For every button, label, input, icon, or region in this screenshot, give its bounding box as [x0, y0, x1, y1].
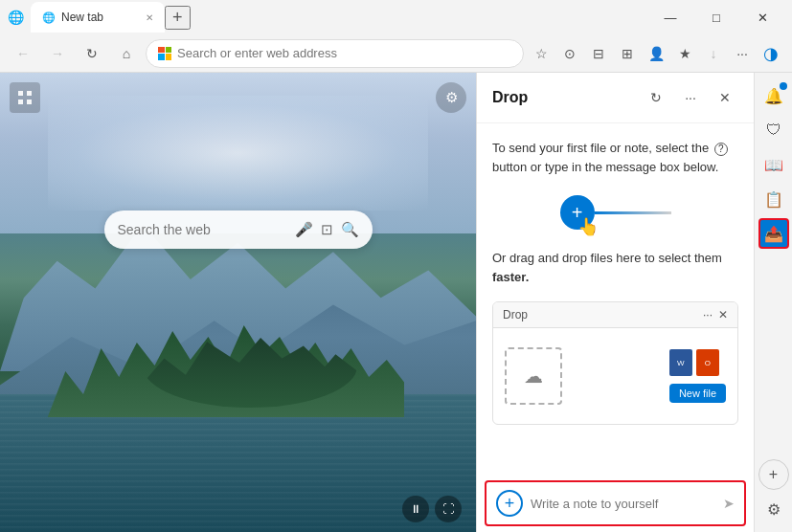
sidebar-bell-button[interactable]: 🔔	[758, 80, 789, 111]
title-bar: 🌐 🌐 New tab ✕ + — □ ✕	[0, 0, 792, 34]
drop-preview-right: W O New file	[669, 349, 726, 403]
svg-rect-0	[18, 91, 23, 96]
address-bar[interactable]	[146, 39, 524, 68]
tab-label: New tab	[61, 11, 103, 24]
preview-title: Drop	[503, 308, 697, 321]
drop-footer: + ➤	[485, 480, 746, 526]
drop-preview-header: Drop ··· ✕	[493, 302, 737, 328]
upload-area: + 👆	[492, 195, 738, 230]
send-button[interactable]: ➤	[723, 496, 735, 511]
grid-icon	[17, 90, 33, 105]
copilot-button[interactable]: ◑	[758, 40, 784, 67]
title-bar-left: 🌐	[8, 10, 23, 25]
drop-more-button[interactable]: ···	[677, 84, 704, 111]
drop-refresh-button[interactable]: ↻	[643, 84, 669, 111]
upload-line	[595, 211, 671, 214]
note-add-button[interactable]: +	[496, 490, 523, 517]
svg-rect-3	[27, 100, 32, 104]
sidebar-settings-button[interactable]: ⚙	[758, 494, 789, 524]
address-input[interactable]	[177, 46, 511, 60]
new-tab-button[interactable]: +	[165, 6, 191, 30]
sidebar-clipboard-button[interactable]: 📋	[758, 184, 789, 214]
note-input[interactable]	[531, 497, 715, 511]
page-settings-button[interactable]: ⚙	[436, 82, 466, 113]
help-icon[interactable]: ?	[714, 143, 728, 156]
upload-button-container: + 👆	[560, 195, 671, 230]
svg-rect-2	[18, 100, 23, 104]
main-area: ⚙ 🎤 ⊡ 🔍 ⏸ ⛶ Drop ↻ ··· ✕ To send yo	[0, 73, 792, 532]
mic-button[interactable]: 🎤	[295, 221, 313, 238]
tab-sync-button[interactable]: ⊙	[556, 40, 583, 67]
title-bar-controls: — □ ✕	[648, 2, 784, 33]
active-tab[interactable]: 🌐 New tab ✕	[31, 2, 165, 33]
drag-text-1: Or drag and drop files here to select th…	[492, 251, 722, 265]
tab-bar: 🌐 New tab ✕ +	[31, 0, 641, 34]
tab-close-button[interactable]: ✕	[146, 12, 153, 23]
nav-icons-right: ☆ ⊙ ⊟ ⊞ 👤 ★ ↓ ··· ◑	[528, 40, 784, 67]
preview-close-button[interactable]: ✕	[718, 308, 728, 321]
browser-icon: 🌐	[8, 10, 23, 25]
drop-preview-body: ☁ W O New file	[493, 328, 737, 424]
drop-preview-window: Drop ··· ✕ ☁ W O New fi	[492, 301, 738, 425]
top-left-apps	[10, 82, 40, 113]
collections-button[interactable]: ⊞	[614, 40, 641, 67]
apps-grid-button[interactable]	[10, 82, 40, 113]
sidebar-drop-button[interactable]: 📤	[758, 218, 789, 249]
notification-badge	[780, 82, 787, 90]
drop-preview-left: ☁	[505, 347, 562, 405]
right-sidebar: 🔔 🛡 📖 📋 📤 + ⚙	[754, 73, 792, 532]
drop-panel: Drop ↻ ··· ✕ To send your first file or …	[476, 73, 754, 532]
preview-more-button[interactable]: ···	[703, 308, 713, 321]
search-input[interactable]	[118, 222, 287, 237]
cloud-upload-icon: ☁	[524, 365, 543, 388]
home-button[interactable]: ⌂	[111, 38, 142, 69]
ms-logo	[158, 47, 171, 60]
downloads-button[interactable]: ↓	[700, 40, 727, 67]
drop-instruction: To send your first file or note, select …	[492, 139, 738, 176]
refresh-button[interactable]: ↻	[77, 38, 107, 69]
close-button[interactable]: ✕	[740, 2, 784, 33]
instruction-text-bold: button or type in the message box below.	[492, 160, 718, 174]
drop-title: Drop	[492, 89, 635, 106]
minimize-button[interactable]: —	[648, 2, 692, 33]
search-box[interactable]: 🎤 ⊡ 🔍	[104, 211, 373, 249]
favorites-star-button[interactable]: ★	[671, 40, 698, 67]
expand-button[interactable]: ⛶	[435, 496, 462, 522]
sidebar-book-button[interactable]: 📖	[758, 149, 789, 180]
word-file-icon: W	[669, 349, 692, 376]
drop-close-button[interactable]: ✕	[712, 84, 738, 111]
dashed-upload-area[interactable]: ☁	[505, 347, 562, 405]
search-button[interactable]: 🔍	[341, 221, 359, 238]
split-screen-button[interactable]: ⊟	[585, 40, 612, 67]
tab-favicon: 🌐	[42, 11, 56, 24]
mini-icon-row: W O	[669, 349, 726, 376]
drop-content: To send your first file or note, select …	[477, 123, 754, 475]
svg-rect-1	[27, 91, 32, 96]
instruction-text-1: To send your first file or note, select …	[492, 141, 709, 155]
new-file-button[interactable]: New file	[669, 384, 726, 403]
favorites-button[interactable]: ☆	[528, 40, 554, 67]
bottom-controls: ⏸ ⛶	[402, 496, 462, 522]
drag-instruction: Or drag and drop files here to select th…	[492, 249, 738, 286]
forward-button[interactable]: →	[42, 38, 73, 69]
cursor-icon: 👆	[577, 216, 599, 237]
browser-content: ⚙ 🎤 ⊡ 🔍 ⏸ ⛶	[0, 73, 476, 532]
more-button[interactable]: ···	[729, 40, 756, 67]
cloud-layer	[48, 96, 429, 211]
nav-bar: ← → ↻ ⌂ ☆ ⊙ ⊟ ⊞ 👤 ★ ↓ ··· ◑	[0, 34, 792, 73]
drag-text-bold: faster.	[492, 270, 529, 284]
back-button[interactable]: ←	[8, 38, 38, 69]
background-image	[0, 73, 476, 532]
office-file-icon: O	[696, 349, 719, 376]
camera-button[interactable]: ⊡	[321, 221, 333, 238]
maximize-button[interactable]: □	[694, 2, 738, 33]
drop-header: Drop ↻ ··· ✕	[477, 73, 754, 123]
sidebar-shield-button[interactable]: 🛡	[758, 115, 789, 145]
sidebar-add-button[interactable]: +	[758, 459, 789, 490]
search-overlay: 🎤 ⊡ 🔍	[104, 211, 373, 249]
profile-button[interactable]: 👤	[643, 40, 669, 67]
pause-slideshow-button[interactable]: ⏸	[402, 496, 429, 522]
